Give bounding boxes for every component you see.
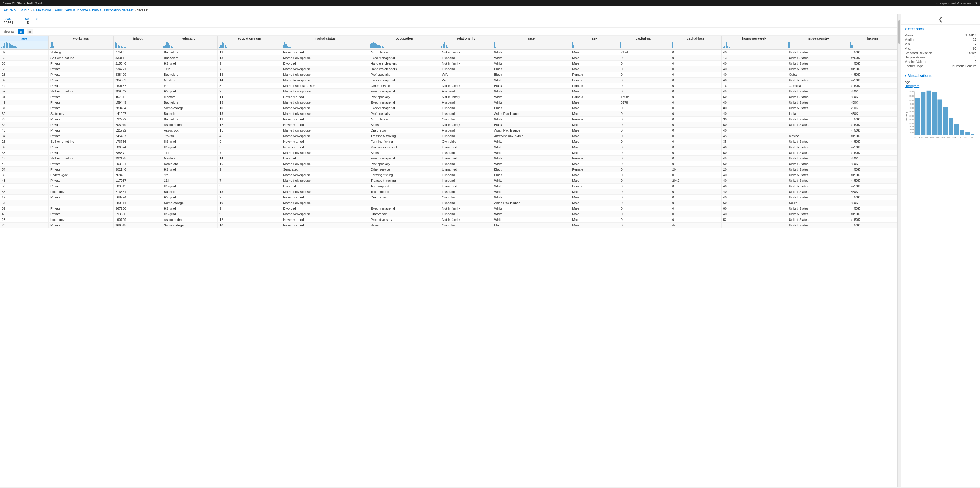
table-row: 28Private338409Bachelors13Married-civ-sp… [0,72,897,78]
cell-6-8: Black [492,83,570,89]
cell-3-12: 40 [721,66,787,72]
column-header-race[interactable]: race [492,35,570,49]
table-row: 49Private193366HS-grad9Married-civ-spous… [0,211,897,217]
cell-12-4: 13 [218,116,282,122]
sep2: › [52,8,53,12]
cell-30-9: Male [570,217,619,223]
cell-18-2: 28887 [113,150,162,156]
cell-29-10: 0 [619,211,670,217]
cell-4-3: Bachelors [162,72,218,78]
cell-26-12: 40 [721,195,787,200]
cell-27-3: Some-college [162,200,218,206]
svg-rect-16 [921,92,926,135]
svg-rect-24 [965,132,970,135]
cell-0-2: 77516 [113,49,162,55]
breadcrumb-hello-world[interactable]: Hello World [33,8,51,12]
cell-7-13: United-States [787,89,848,94]
cell-10-11: 0 [670,105,721,111]
cell-15-12: 45 [721,133,787,139]
cell-24-9: Female [570,183,619,189]
cell-23-12: 40 [721,178,787,183]
visualizations-section: Visualizations age Histogram frequency 6… [901,71,980,147]
column-header-native-country[interactable]: native-country [787,35,848,49]
cell-17-2: 186824 [113,145,162,150]
cell-7-14: >50K [848,89,897,94]
svg-text:3000: 3000 [909,115,914,117]
cell-4-6: Prof-specialty [369,72,440,78]
grid-view-button[interactable]: ⊞ [18,29,24,34]
cell-29-8: White [492,211,570,217]
cell-16-1: Self-emp-not-inc [48,139,113,145]
column-header-capital-gain[interactable]: capital-gain [619,35,670,49]
chart-view-button[interactable]: ▦ [27,29,33,34]
cell-7-12: 45 [721,89,787,94]
cell-27-5: Married-civ-spouse [282,200,369,206]
cell-18-3: 11th [162,150,218,156]
cell-21-13: United-States [787,167,848,172]
cell-25-0: 56 [0,189,48,195]
cell-20-7: Husband [440,161,492,167]
cell-11-6: Prof-specialty [369,111,440,116]
cell-25-2: 216851 [113,189,162,195]
cell-21-11: 20 [670,167,721,172]
cell-8-10: 14084 [619,94,670,100]
column-header-capital-loss[interactable]: capital-loss [670,35,721,49]
svg-text:60.8: 60.8 [947,137,950,138]
stat-row-min: Min17 [905,42,977,46]
cell-20-1: Private [48,161,113,167]
svg-text:5000: 5000 [909,99,914,101]
column-header-workclass[interactable]: workclass [48,35,113,49]
breadcrumb-dataset[interactable]: Adult Census Income Binary Classificatio… [54,8,133,12]
cell-17-1: Private [48,145,113,150]
cell-6-3: 9th [162,83,218,89]
table-row: 38Private2888711th7Married-civ-spouseSal… [0,150,897,156]
cell-12-7: Own-child [440,116,492,122]
cell-11-2: 141297 [113,111,162,116]
cell-21-8: Black [492,167,570,172]
cell-23-14: <=50K [848,178,897,183]
experiment-properties-link[interactable]: ▲ Experiment Properties [935,2,972,5]
cell-15-11: 0 [670,133,721,139]
cell-20-8: White [492,161,570,167]
breadcrumb-azure[interactable]: Azure ML Studio [3,8,29,12]
cell-29-12: 40 [721,211,787,217]
cell-27-14: >50K [848,200,897,206]
column-histogram-hours-per-week [722,41,787,49]
scrollbar-thumb[interactable] [898,20,900,44]
column-header-fnlwgt[interactable]: fnlwgt [113,35,162,49]
panel-collapse-button[interactable]: ❮ [901,14,980,25]
column-header-education[interactable]: education [162,35,218,49]
column-header-relationship[interactable]: relationship [440,35,492,49]
column-histogram-fnlwgt [113,41,162,49]
column-label-fnlwgt: fnlwgt [113,35,162,41]
cell-17-5: Never-married [282,145,369,150]
cell-2-3: HS-grad [162,61,218,66]
column-header-education-num[interactable]: education-num [218,35,282,49]
cell-28-7: Not-in-family [440,206,492,211]
cell-24-8: White [492,183,570,189]
svg-text:53.5: 53.5 [941,137,945,138]
cell-0-6: Adm-clerical [369,49,440,55]
cell-22-8: Black [492,172,570,178]
cell-12-8: White [492,116,570,122]
cell-22-7: Husband [440,172,492,178]
close-button[interactable]: × [975,1,978,6]
column-header-occupation[interactable]: occupation [369,35,440,49]
column-label-hours-per-week: hours-per-week [722,35,787,41]
cell-18-14: <=50K [848,150,897,156]
column-header-sex[interactable]: sex [570,35,619,49]
column-header-hours-per-week[interactable]: hours-per-week [721,35,787,49]
cell-23-10: 0 [619,178,670,183]
vis-chart-type[interactable]: Histogram [905,84,977,88]
vertical-scrollbar[interactable] [897,14,901,486]
cell-7-0: 52 [0,89,48,94]
cell-22-2: 76845 [113,172,162,178]
column-header-marital-status[interactable]: marital-status [282,35,369,49]
cell-11-5: Married-civ-spouse [282,111,369,116]
cell-10-0: 37 [0,105,48,111]
column-header-income[interactable]: income [848,35,897,49]
cell-22-6: Farming-fishing [369,172,440,178]
column-header-age[interactable]: age [0,35,48,49]
cell-24-1: Private [48,183,113,189]
cell-4-14: <=50K [848,72,897,78]
